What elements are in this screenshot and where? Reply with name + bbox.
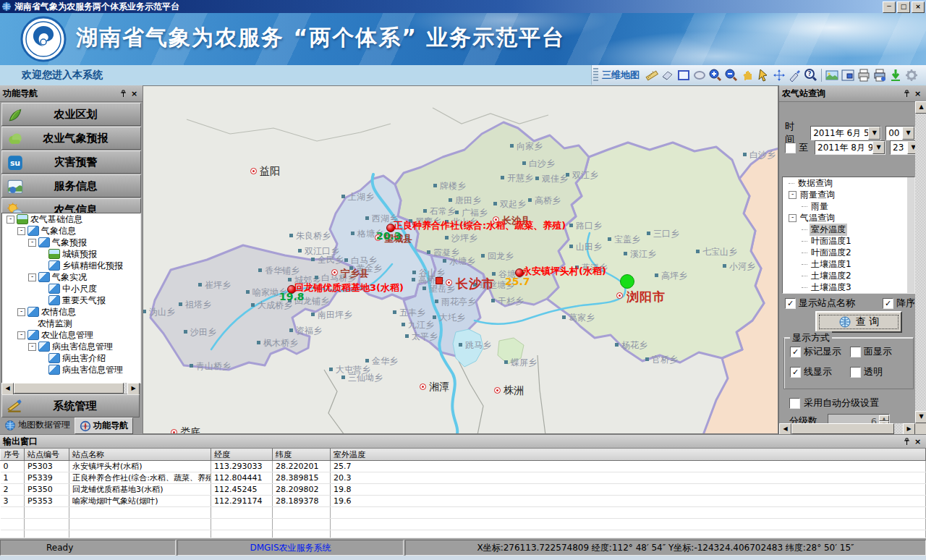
column-header[interactable]: 室外温度 bbox=[331, 449, 926, 461]
measure-icon[interactable] bbox=[645, 68, 659, 82]
collapse-icon[interactable]: - bbox=[28, 239, 36, 247]
spin-up-icon[interactable]: ▲ bbox=[879, 415, 889, 421]
station-square-marker[interactable] bbox=[436, 277, 443, 284]
pan-icon[interactable] bbox=[740, 68, 755, 82]
query-tree-item[interactable]: 土壤温度4 bbox=[783, 293, 907, 294]
query-tree-item[interactable]: 数据查询 bbox=[783, 177, 907, 189]
chevron-down-icon[interactable]: ▼ bbox=[872, 141, 885, 154]
chevron-down-icon[interactable]: ▼ bbox=[902, 127, 914, 140]
query-tree-item[interactable]: 叶面温度2 bbox=[783, 247, 907, 258]
station-marker[interactable] bbox=[515, 268, 524, 277]
status-system-link[interactable]: DMGIS农业服务系统 bbox=[177, 540, 404, 556]
sidebar-tab-2[interactable]: 功能导航 bbox=[75, 417, 133, 434]
scroll-up-icon[interactable]: ▲ bbox=[915, 101, 926, 114]
query-tree-item[interactable]: -气温查询 bbox=[783, 212, 907, 224]
accordion-item-1[interactable]: 农业区划 bbox=[1, 103, 141, 126]
full-extent-icon[interactable] bbox=[772, 68, 786, 82]
collapse-icon[interactable]: - bbox=[789, 191, 797, 199]
tree-item[interactable]: -农气基础信息 bbox=[2, 213, 140, 225]
close-icon[interactable]: × bbox=[912, 436, 923, 446]
checkbox[interactable]: ✓ bbox=[785, 298, 796, 309]
chevron-down-icon[interactable]: ▼ bbox=[868, 127, 880, 140]
tree-item[interactable]: -农业信息管理 bbox=[2, 329, 140, 341]
pin-icon[interactable] bbox=[901, 88, 912, 98]
collapse-icon[interactable]: - bbox=[17, 308, 25, 316]
rect-select-icon[interactable] bbox=[676, 68, 691, 82]
tree-item[interactable]: 城镇预报 bbox=[2, 248, 140, 260]
query-tree-item[interactable]: 土壤温度3 bbox=[783, 281, 907, 293]
accordion-item-4[interactable]: 服务信息 bbox=[1, 174, 141, 198]
sidebar-tab-1[interactable]: 地图数据管理 bbox=[0, 417, 75, 433]
map-3d-button[interactable]: 三维地图 bbox=[602, 69, 640, 82]
collapse-icon[interactable]: - bbox=[789, 214, 797, 222]
checkbox[interactable] bbox=[850, 347, 861, 357]
tree-item[interactable]: -气象信息 bbox=[2, 225, 140, 237]
query-tree-item[interactable]: -雨量查询 bbox=[783, 189, 907, 200]
identify-icon[interactable]: ? bbox=[804, 68, 818, 82]
panel-hscrollbar[interactable]: ◀ ▶ bbox=[779, 423, 915, 434]
collapse-icon[interactable]: - bbox=[28, 343, 36, 351]
zoom-out-icon[interactable] bbox=[724, 68, 739, 82]
scroll-down-icon[interactable]: ▼ bbox=[915, 411, 926, 423]
toolbar-grip[interactable] bbox=[593, 68, 598, 82]
tree-item[interactable]: 病虫害介绍 bbox=[2, 352, 140, 364]
table-row[interactable]: 0P5303永安镇坪头村(水稻)113.29303328.22020125.7 bbox=[1, 461, 926, 472]
collapse-icon[interactable]: - bbox=[7, 216, 14, 224]
tree-item[interactable]: 病虫害信息管理 bbox=[2, 364, 140, 376]
scroll-right-icon[interactable]: ▶ bbox=[127, 383, 140, 395]
collapse-icon[interactable]: - bbox=[28, 273, 36, 281]
query-tree-item[interactable]: 室外温度 bbox=[783, 224, 907, 235]
query-tree-scrollbar[interactable] bbox=[907, 177, 914, 293]
station-marker[interactable] bbox=[287, 285, 296, 294]
accordion-item-3[interactable]: su灾害预警 bbox=[1, 150, 141, 174]
checkbox[interactable]: ✓ bbox=[790, 347, 801, 357]
close-button[interactable]: × bbox=[912, 1, 925, 13]
column-header[interactable]: 经度 bbox=[211, 449, 273, 461]
download-icon[interactable] bbox=[888, 68, 903, 82]
checkbox[interactable]: ✓ bbox=[883, 298, 893, 309]
pin-icon[interactable] bbox=[118, 88, 129, 98]
table-row[interactable]: 2P5350回龙铺优质稻基地3(水稻)112.4524528.20980219.… bbox=[1, 484, 926, 496]
column-header[interactable]: 序号 bbox=[1, 449, 25, 461]
export-image-icon[interactable] bbox=[825, 68, 839, 82]
close-icon[interactable]: × bbox=[912, 88, 923, 98]
accordion-item-2[interactable]: 农业气象预报 bbox=[1, 127, 141, 150]
print-icon[interactable] bbox=[857, 68, 871, 82]
close-icon[interactable]: × bbox=[129, 88, 140, 98]
zoom-in-icon[interactable] bbox=[708, 68, 723, 82]
selected-station-marker[interactable] bbox=[620, 274, 634, 289]
tree-item[interactable]: 中小尺度 bbox=[2, 283, 140, 294]
query-tree-item[interactable]: 土壤温度2 bbox=[783, 270, 907, 281]
eraser-icon[interactable] bbox=[660, 68, 675, 82]
query-tree-item[interactable]: 叶面温度1 bbox=[783, 235, 907, 247]
collapse-icon[interactable]: - bbox=[17, 227, 25, 235]
checkbox[interactable]: ✓ bbox=[790, 367, 801, 378]
scroll-left-icon[interactable]: ◀ bbox=[1, 383, 14, 395]
station-marker[interactable] bbox=[386, 224, 395, 232]
date-from-dropdown[interactable]: 2011年 6月 5▼ bbox=[810, 126, 881, 140]
minimize-button[interactable]: ─ bbox=[883, 1, 896, 13]
column-header[interactable]: 站点名称 bbox=[69, 449, 211, 461]
panel-vscrollbar[interactable]: ▲ ▼ bbox=[915, 101, 926, 423]
pin-icon[interactable] bbox=[901, 436, 912, 446]
query-tree-item[interactable]: 土壤温度1 bbox=[783, 258, 907, 270]
column-header[interactable]: 纬度 bbox=[273, 449, 331, 461]
query-button[interactable]: 查 询 bbox=[815, 311, 902, 333]
date-to-dropdown[interactable]: 2011年 8月 9▼ bbox=[815, 140, 885, 155]
tree-hscrollbar[interactable]: ◀ ▶ bbox=[1, 383, 140, 394]
accordion-item-system[interactable]: 系统管理 bbox=[1, 394, 140, 417]
column-header[interactable]: 站点编号 bbox=[25, 449, 69, 461]
table-row[interactable]: 1P5339正良种养合作社(综合:水稻、蔬菜、养殖)112.80444128.3… bbox=[1, 472, 926, 484]
tree-item[interactable]: 农情监测 bbox=[2, 318, 140, 329]
tree-item[interactable]: 乡镇精细化预报 bbox=[2, 260, 140, 271]
grade-count-spinner[interactable]: 6 ▲▼ bbox=[828, 414, 890, 423]
table-row[interactable]: 3P5353喻家坳烟叶气象站(烟叶)112.29117428.18937819.… bbox=[1, 496, 926, 507]
overview-map-icon[interactable] bbox=[841, 68, 855, 82]
tree-item[interactable]: -气象实况 bbox=[2, 271, 140, 283]
query-tree-item[interactable]: 雨量 bbox=[783, 200, 907, 212]
oval-select-icon[interactable] bbox=[692, 68, 707, 82]
settings-icon[interactable] bbox=[904, 68, 919, 82]
tree-item[interactable]: -农情信息 bbox=[2, 306, 140, 318]
maximize-button[interactable]: □ bbox=[897, 1, 910, 13]
hour-from-dropdown[interactable]: 00▼ bbox=[885, 126, 915, 140]
